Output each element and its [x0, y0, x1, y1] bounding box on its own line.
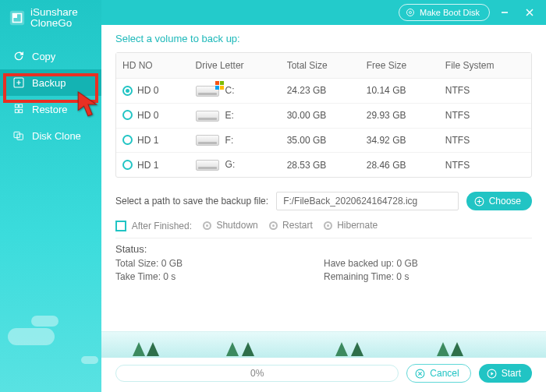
- make-boot-disk-button[interactable]: Make Boot Disk: [399, 4, 490, 21]
- svg-rect-5: [20, 110, 23, 113]
- volume-radio[interactable]: [122, 160, 133, 170]
- sidebar-item-copy[interactable]: Copy: [0, 43, 101, 69]
- path-label: Select a path to save the backup file:: [115, 196, 268, 207]
- app-logo-icon: [9, 9, 26, 26]
- after-opt-restart[interactable]: Restart: [269, 220, 313, 231]
- app-window: iSunshare CloneGo Copy Backup: [0, 0, 546, 392]
- after-finished-checkbox[interactable]: [115, 221, 126, 231]
- volume-radio[interactable]: [122, 110, 133, 120]
- cancel-circle-icon: [415, 369, 425, 379]
- cloud-decoration: [81, 356, 98, 364]
- drive-icon: [196, 86, 219, 97]
- status-remain: Remaining Time: 0 s: [324, 271, 532, 282]
- cell-fs: NTFS: [439, 103, 531, 128]
- brand-line-1: iSunshare: [30, 7, 78, 18]
- cell-total: 35.00 GB: [281, 128, 360, 153]
- cell-fs: NTFS: [439, 79, 531, 104]
- svg-rect-2: [15, 104, 18, 108]
- after-opt-shutdown[interactable]: Shutdown: [203, 220, 258, 231]
- sidebar-item-label: Copy: [32, 51, 55, 62]
- status-title: Status:: [115, 243, 532, 255]
- sidebar-item-backup[interactable]: Backup: [0, 69, 101, 96]
- titlebar: Make Boot Disk: [101, 0, 546, 25]
- cell-free: 29.93 GB: [360, 103, 439, 128]
- cell-letter: C:: [225, 85, 235, 96]
- after-opt-hibernate[interactable]: Hibernate: [324, 220, 378, 231]
- sidebar-item-disk-clone[interactable]: Disk Clone: [0, 122, 101, 149]
- drive-icon: [196, 135, 219, 146]
- path-row: Select a path to save the backup file: C…: [115, 192, 532, 210]
- sidebar-item-restore[interactable]: Restore: [0, 96, 101, 122]
- svg-point-9: [409, 12, 411, 14]
- status-have: Have backed up: 0 GB: [324, 258, 532, 269]
- volume-row[interactable]: HD 0C:24.23 GB10.14 GBNTFS: [116, 79, 531, 104]
- sidebar: iSunshare CloneGo Copy Backup: [0, 0, 101, 392]
- radio-icon: [203, 221, 211, 230]
- backup-icon: [12, 76, 25, 89]
- drive-icon: [196, 111, 219, 122]
- start-button[interactable]: Start: [479, 364, 532, 383]
- after-finished-label: After Finished:: [132, 221, 192, 231]
- cloud-decoration: [8, 328, 55, 345]
- cell-fs: NTFS: [439, 153, 531, 177]
- brand-line-2: CloneGo: [30, 18, 78, 29]
- minimize-button[interactable]: [495, 2, 515, 23]
- cell-free: 34.92 GB: [360, 128, 439, 153]
- status-take: Take Time: 0 s: [115, 271, 324, 282]
- progress-bar: 0%: [115, 365, 399, 382]
- volume-radio[interactable]: [122, 86, 133, 96]
- cell-free: 10.14 GB: [360, 79, 439, 104]
- volume-row[interactable]: HD 1G:28.53 GB28.46 GBNTFS: [116, 153, 531, 177]
- radio-icon: [324, 221, 332, 230]
- cell-fs: NTFS: [439, 128, 531, 153]
- cell-hdno: HD 0: [137, 85, 158, 96]
- cancel-button[interactable]: Cancel: [406, 364, 470, 383]
- col-letter: Drive Letter: [190, 53, 281, 79]
- section-title: Select a volume to back up:: [115, 33, 532, 44]
- cell-free: 28.46 GB: [360, 153, 439, 177]
- backup-path-input[interactable]: [276, 192, 459, 210]
- restore-icon: [12, 103, 25, 115]
- brand: iSunshare CloneGo: [0, 0, 101, 43]
- disk-icon: [406, 8, 415, 17]
- svg-rect-3: [20, 104, 23, 108]
- cell-hdno: HD 0: [137, 110, 158, 121]
- close-button[interactable]: [519, 2, 540, 23]
- volume-row[interactable]: HD 1F:35.00 GB34.92 GBNTFS: [116, 128, 531, 153]
- plus-circle-icon: [474, 196, 484, 207]
- sidebar-item-label: Disk Clone: [32, 130, 81, 142]
- footer: 0% Cancel Start: [115, 331, 532, 392]
- main-panel: Make Boot Disk Select a volume to back u…: [101, 0, 546, 392]
- volume-radio[interactable]: [122, 135, 133, 145]
- col-total: Total Size: [281, 53, 360, 79]
- cell-letter: F:: [225, 135, 234, 146]
- volume-row[interactable]: HD 0E:30.00 GB29.93 GBNTFS: [116, 103, 531, 128]
- choose-button[interactable]: Choose: [466, 192, 532, 210]
- cell-total: 28.53 GB: [281, 153, 360, 177]
- after-finished-row: After Finished: Shutdown Restart Hiberna…: [115, 218, 532, 231]
- col-free: Free Size: [360, 53, 439, 79]
- cloud-decoration: [31, 316, 58, 327]
- divider: [115, 238, 532, 238]
- cell-letter: G:: [225, 159, 236, 170]
- copy-icon: [12, 50, 25, 62]
- col-hdno: HD NO: [116, 53, 190, 79]
- svg-point-8: [406, 9, 413, 16]
- table-header-row: HD NO Drive Letter Total Size Free Size …: [116, 53, 531, 79]
- play-circle-icon: [487, 369, 497, 379]
- cell-total: 24.23 GB: [281, 79, 360, 104]
- drive-icon: [196, 160, 219, 171]
- status-box: Status: Total Size: 0 GB Have backed up:…: [115, 243, 532, 282]
- scene-decoration: [101, 331, 546, 358]
- cell-total: 30.00 GB: [281, 103, 360, 128]
- volume-table: HD NO Drive Letter Total Size Free Size …: [115, 52, 532, 178]
- sidebar-item-label: Backup: [32, 77, 66, 89]
- content: Select a volume to back up: HD NO Drive …: [101, 25, 546, 392]
- svg-rect-4: [15, 110, 18, 113]
- progress-percent: 0%: [250, 368, 264, 379]
- disk-clone-icon: [12, 129, 25, 142]
- status-total: Total Size: 0 GB: [115, 258, 324, 269]
- cell-hdno: HD 1: [137, 160, 158, 171]
- cell-hdno: HD 1: [137, 135, 158, 146]
- col-fs: File System: [439, 53, 531, 79]
